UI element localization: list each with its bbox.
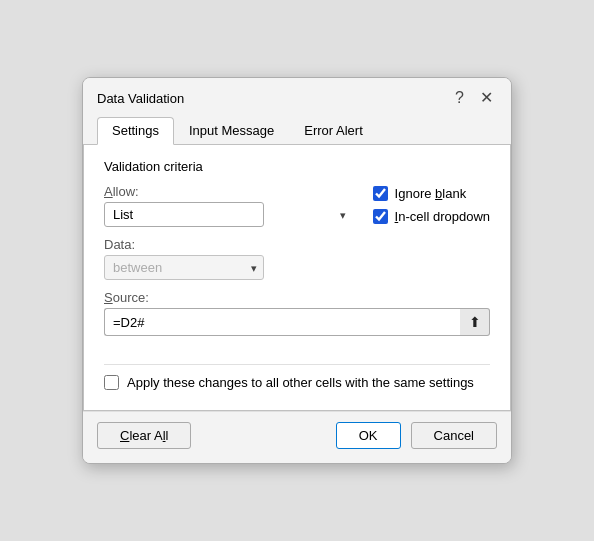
data-select[interactable]: between bbox=[104, 255, 264, 280]
allow-select-arrow: ▾ bbox=[340, 208, 346, 221]
footer-left: Clear All bbox=[97, 422, 191, 449]
footer: Clear All OK Cancel bbox=[83, 411, 511, 463]
section-title: Validation criteria bbox=[104, 159, 490, 174]
ignore-blank-checkbox[interactable] bbox=[373, 186, 388, 201]
checkboxes-col: Ignore blank In-cell dropdown bbox=[373, 184, 490, 224]
allow-col: Allow: List Any value Whole number Decim… bbox=[104, 184, 353, 227]
dialog-title: Data Validation bbox=[97, 91, 184, 106]
tab-settings[interactable]: Settings bbox=[97, 117, 174, 145]
tab-error-alert[interactable]: Error Alert bbox=[289, 117, 378, 145]
allow-row: Allow: List Any value Whole number Decim… bbox=[104, 184, 490, 227]
tab-content: Validation criteria Allow: List Any valu… bbox=[83, 145, 511, 411]
clear-all-label: Clear All bbox=[120, 428, 168, 443]
tabs-bar: Settings Input Message Error Alert bbox=[83, 108, 511, 145]
apply-changes-checkbox[interactable] bbox=[104, 375, 119, 390]
apply-row: Apply these changes to all other cells w… bbox=[104, 364, 490, 396]
ignore-blank-row: Ignore blank bbox=[373, 186, 490, 201]
source-row: ⬆ bbox=[104, 308, 490, 336]
incell-dropdown-row: In-cell dropdown bbox=[373, 209, 490, 224]
source-collapse-button[interactable]: ⬆ bbox=[460, 308, 490, 336]
title-icons: ? ✕ bbox=[451, 88, 497, 108]
incell-dropdown-checkbox[interactable] bbox=[373, 209, 388, 224]
cancel-button[interactable]: Cancel bbox=[411, 422, 497, 449]
clear-all-button[interactable]: Clear All bbox=[97, 422, 191, 449]
data-select-wrapper: between ▾ bbox=[104, 255, 264, 280]
source-label: Source: bbox=[104, 290, 490, 305]
data-validation-dialog: Data Validation ? ✕ Settings Input Messa… bbox=[82, 77, 512, 464]
allow-select-wrapper: List Any value Whole number Decimal Date… bbox=[104, 202, 353, 227]
tab-input-message[interactable]: Input Message bbox=[174, 117, 289, 145]
allow-label: Allow: bbox=[104, 184, 353, 199]
help-button[interactable]: ? bbox=[451, 88, 468, 108]
title-bar: Data Validation ? ✕ bbox=[83, 78, 511, 108]
data-label: Data: bbox=[104, 237, 490, 252]
incell-dropdown-label: In-cell dropdown bbox=[395, 209, 490, 224]
source-input[interactable] bbox=[104, 308, 460, 336]
source-collapse-icon: ⬆ bbox=[469, 314, 481, 330]
close-button[interactable]: ✕ bbox=[476, 88, 497, 108]
apply-changes-label: Apply these changes to all other cells w… bbox=[127, 375, 474, 390]
allow-select[interactable]: List Any value Whole number Decimal Date… bbox=[104, 202, 264, 227]
ignore-blank-label: Ignore blank bbox=[395, 186, 467, 201]
footer-right: OK Cancel bbox=[336, 422, 497, 449]
ok-button[interactable]: OK bbox=[336, 422, 401, 449]
